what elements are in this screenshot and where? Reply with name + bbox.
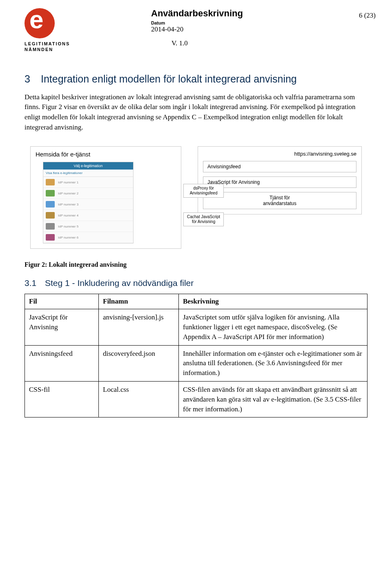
diagram-left-title: Hemsida för e-tjänst bbox=[36, 151, 176, 158]
section-3-paragraph: Detta kapitel beskriver integrationen av… bbox=[24, 92, 368, 133]
logo-block: e LEGITIMATIONS NÄMNDEN bbox=[24, 8, 82, 53]
cell-fil: JavaScript för Anvisning bbox=[25, 309, 99, 345]
idp-row: IdP nummer 5 bbox=[43, 221, 133, 232]
datum-label: Datum bbox=[151, 20, 368, 25]
cell-filnamn: Local.css bbox=[99, 381, 179, 417]
th-fil: Fil bbox=[25, 294, 99, 309]
document-date: 2014-04-20 bbox=[151, 25, 368, 33]
table-row: CSS-fil Local.css CSS-filen används för … bbox=[25, 381, 368, 417]
page-number: 6 (23) bbox=[359, 11, 376, 20]
figure-2-diagram: Hemsida för e-tjänst Välj e-legitimation… bbox=[24, 141, 368, 257]
cell-beskrivning: Innehåller information om e-tjänster och… bbox=[179, 345, 368, 381]
figure-2-caption: Figur 2: Lokalt integrerad anvisning bbox=[24, 261, 368, 268]
section-3-number: 3 bbox=[24, 73, 41, 85]
idp-row: IdP nummer 4 bbox=[43, 210, 133, 221]
widget-subheader: Visa flera e-legitimationer bbox=[43, 170, 133, 177]
document-title: Användarbeskrivning bbox=[151, 8, 368, 19]
document-version: V. 1.0 bbox=[151, 39, 368, 47]
cached-js-node: Cachat JavaScript för Anvisning bbox=[183, 212, 224, 226]
javascript-anvisning-box: JavaScript för Anvisning bbox=[203, 176, 356, 188]
logo-text-line2: NÄMNDEN bbox=[24, 47, 82, 52]
idp-row: IdP nummer 1 bbox=[43, 177, 133, 188]
userstatus-service-box: Tjänst för användarstatus bbox=[203, 192, 356, 209]
cell-beskrivning: JavaScriptet som utför själva logiken fö… bbox=[179, 309, 368, 345]
anvisningsfeed-box: Anvisningsfeed bbox=[203, 161, 356, 172]
section-3-heading: 3Integration enligt modellen för lokalt … bbox=[24, 73, 368, 85]
section-3-1-number: 3.1 bbox=[24, 278, 45, 288]
cell-filnamn: discoveryfeed.json bbox=[99, 345, 179, 381]
logo-icon: e bbox=[24, 8, 55, 38]
elegitimation-widget: Välj e-legitimation Visa flera e-legitim… bbox=[43, 162, 134, 243]
dsproxy-node: dsProxy för Anvisningsfeed bbox=[183, 184, 224, 198]
cell-filnamn: anvisning-[version].js bbox=[99, 309, 179, 345]
section-3-1-title: Steg 1 - Inkludering av nödvändiga filer bbox=[45, 278, 194, 288]
idp-row: IdP nummer 2 bbox=[43, 188, 133, 199]
server-url: https://anvisning.sveleg.se bbox=[203, 151, 356, 157]
th-filnamn: Filnamn bbox=[99, 294, 179, 309]
required-files-table: Fil Filnamn Beskrivning JavaScript för A… bbox=[24, 294, 368, 417]
cell-beskrivning: CSS-filen används för att skapa ett anvä… bbox=[179, 381, 368, 417]
cell-fil: CSS-fil bbox=[25, 381, 99, 417]
widget-header: Välj e-legitimation bbox=[43, 162, 133, 170]
diagram-left-panel: Hemsida för e-tjänst Välj e-legitimation… bbox=[30, 146, 181, 249]
cell-fil: Anvisningsfeed bbox=[25, 345, 99, 381]
table-row: Anvisningsfeed discoveryfeed.json Innehå… bbox=[25, 345, 368, 381]
section-3-1-heading: 3.1Steg 1 - Inkludering av nödvändiga fi… bbox=[24, 278, 368, 288]
idp-row: IdP nummer 3 bbox=[43, 199, 133, 210]
th-beskrivning: Beskrivning bbox=[179, 294, 368, 309]
logo-text-line1: LEGITIMATIONS bbox=[24, 41, 82, 47]
table-row: JavaScript för Anvisning anvisning-[vers… bbox=[25, 309, 368, 345]
document-header: e LEGITIMATIONS NÄMNDEN Användarbeskrivn… bbox=[24, 0, 368, 53]
idp-row: IdP nummer 6 bbox=[43, 232, 133, 243]
section-3-title: Integration enligt modellen för lokalt i… bbox=[41, 73, 297, 85]
